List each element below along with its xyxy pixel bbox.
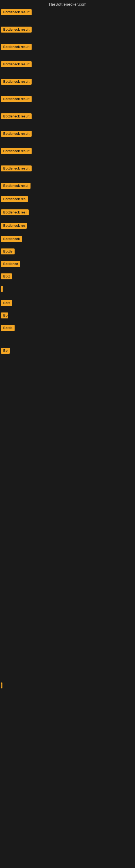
result-row-6: Bottleneck result <box>0 94 135 104</box>
result-row-13: Bottleneck resi <box>0 208 135 217</box>
bottleneck-badge-21: Bo <box>1 312 8 318</box>
result-row-20: Bott <box>0 299 135 308</box>
bottleneck-badge-6: Bottleneck result <box>1 96 32 102</box>
result-row-11: Bottleneck resul <box>0 181 135 190</box>
site-title: TheBottlenecker.com <box>0 0 135 8</box>
bottleneck-badge-16: Bottle <box>1 248 14 254</box>
bottleneck-badge-9: Bottleneck result <box>1 148 32 154</box>
bottleneck-badge-17: Bottlenec <box>1 261 20 267</box>
bottleneck-badge-10: Bottleneck result <box>1 165 32 172</box>
bottleneck-badge-15: Bottleneck <box>1 236 22 242</box>
bottleneck-badge-24: | <box>1 682 2 688</box>
result-row-12: Bottleneck res <box>0 194 135 204</box>
result-row-19: | <box>0 284 135 293</box>
bottleneck-badge-13: Bottleneck resi <box>1 209 29 215</box>
result-row-2: Bottleneck result <box>0 25 135 34</box>
bottleneck-badge-5: Bottleneck result <box>1 79 32 85</box>
result-row-16: Bottle <box>0 247 135 256</box>
bottom-spacer <box>0 690 135 698</box>
bottleneck-badge-4: Bottleneck result <box>1 61 32 67</box>
result-row-23: Bo <box>0 346 135 355</box>
result-row-17: Bottlenec <box>0 259 135 269</box>
result-row-8: Bottleneck result <box>0 129 135 138</box>
bottleneck-badge-2: Bottleneck result <box>1 27 32 33</box>
result-row-7: Bottleneck result <box>0 112 135 121</box>
blank-space <box>0 355 135 681</box>
result-row-4: Bottleneck result <box>0 60 135 69</box>
bottleneck-badge-11: Bottleneck resul <box>1 183 31 189</box>
bottleneck-badge-18: Bott <box>1 273 12 279</box>
result-row-10: Bottleneck result <box>0 164 135 173</box>
result-row-14: Bottleneck res <box>0 221 135 230</box>
bottleneck-badge-22: Bottle <box>1 325 14 331</box>
result-row-1: Bottleneck result <box>0 8 135 17</box>
bottleneck-badge-20: Bott <box>1 300 12 306</box>
result-row-21: Bo <box>0 311 135 320</box>
bottleneck-badge-14: Bottleneck res <box>1 223 27 229</box>
bottleneck-badge-12: Bottleneck res <box>1 196 28 202</box>
result-row-22: Bottle <box>0 323 135 333</box>
bottleneck-badge-19: | <box>1 286 3 292</box>
result-row-3: Bottleneck result <box>0 42 135 52</box>
bottleneck-badge-3: Bottleneck result <box>1 44 32 50</box>
result-row-24: | <box>0 681 135 690</box>
bottleneck-badge-8: Bottleneck result <box>1 131 32 137</box>
result-row-5: Bottleneck result <box>0 77 135 86</box>
result-row-9: Bottleneck result <box>0 147 135 156</box>
result-row-18: Bott <box>0 272 135 281</box>
bottleneck-badge-23: Bo <box>1 348 10 354</box>
bottleneck-badge-7: Bottleneck result <box>1 113 32 119</box>
bottleneck-badge-1: Bottleneck result <box>1 9 32 15</box>
result-row-15: Bottleneck <box>0 235 135 244</box>
